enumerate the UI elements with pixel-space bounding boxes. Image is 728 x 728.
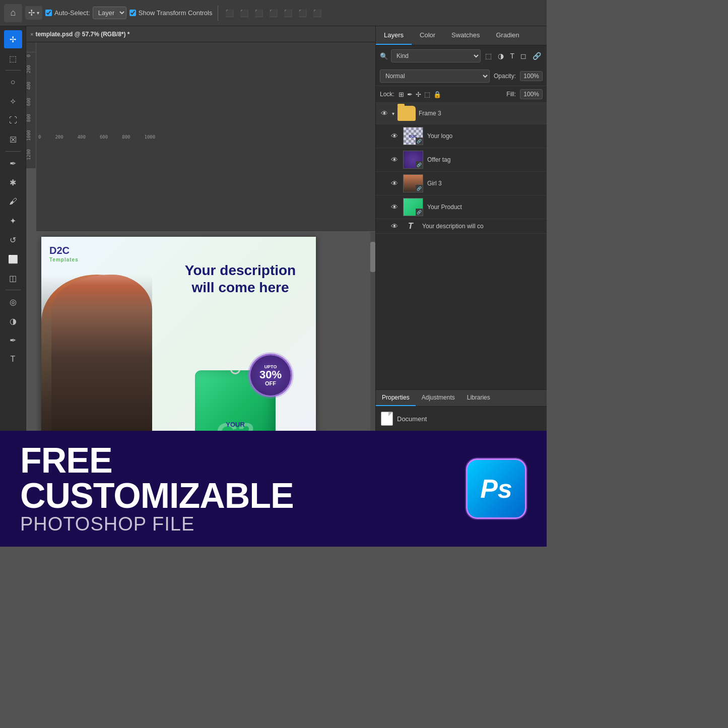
opacity-label: Opacity: xyxy=(494,73,516,80)
logo-subtitle: Templates xyxy=(49,257,79,262)
history-brush-button[interactable]: ↺ xyxy=(4,231,22,249)
ruler-v-wrap: 0 200 400 600 800 1000 1200 xyxy=(26,42,36,431)
layer-name-offer: Offer tag xyxy=(427,156,543,163)
distribute-button[interactable]: ⬛ xyxy=(311,7,324,20)
move-tool-button[interactable]: ✢ xyxy=(4,30,22,48)
autoselect-dropdown[interactable]: Layer xyxy=(93,7,126,19)
panel-tabs: Layers Color Swatches Gradien xyxy=(376,26,547,45)
fill-value[interactable]: 100% xyxy=(520,89,543,99)
layer-eye-text[interactable]: 👁 xyxy=(390,222,399,230)
opacity-value[interactable]: 100% xyxy=(520,71,543,81)
layer-eye-offer[interactable]: 👁 xyxy=(390,156,399,164)
layer-item-offer[interactable]: 👁 🔗 Offer tag xyxy=(376,148,547,172)
shape-filter-icon[interactable]: ◻ xyxy=(519,50,528,61)
transform-controls-group: Show Transform Controls xyxy=(129,9,213,17)
girl-layer xyxy=(41,275,152,431)
type-tool-button[interactable]: T xyxy=(4,350,22,368)
layer-eye-frame3[interactable]: 👁 xyxy=(380,109,389,117)
move-tool-group[interactable]: ✢ ▾ xyxy=(25,6,42,20)
ruler-h-tick-400: 400 xyxy=(78,135,86,140)
quick-select-button[interactable]: ✧ xyxy=(4,92,22,110)
lock-advanced-icon[interactable]: 🔒 xyxy=(433,91,441,98)
autoselect-label: Auto-Select: xyxy=(54,9,90,17)
blur-tool-button[interactable]: ◎ xyxy=(4,293,22,311)
align-right-button[interactable]: ⬛ xyxy=(252,7,266,20)
gradient-tool-button[interactable]: ◫ xyxy=(4,269,22,287)
layer-item-text[interactable]: 👁 T Your description will co xyxy=(376,219,547,234)
adjustment-filter-icon[interactable]: ◑ xyxy=(496,50,505,61)
clone-stamp-button[interactable]: ✦ xyxy=(4,212,22,230)
layer-name-girl: Girl 3 xyxy=(427,180,543,187)
heal-tool-button[interactable]: ✱ xyxy=(4,173,22,191)
scrollbar-thumb-v[interactable] xyxy=(370,242,375,272)
autoselect-group: Auto-Select: Layer xyxy=(45,7,126,19)
layer-item-logo[interactable]: 👁 D2C 🔗 Your logo xyxy=(376,124,547,148)
lock-pixels-icon[interactable]: ⊞ xyxy=(399,91,404,98)
align-bottom-button[interactable]: ⬛ xyxy=(296,7,309,20)
expand-arrow-frame3[interactable]: ▾ xyxy=(392,111,394,116)
canvas-main: 0 200 400 600 800 1000 D2C xyxy=(36,42,375,431)
bag-hook xyxy=(230,370,240,374)
smart-filter-icon[interactable]: 🔗 xyxy=(531,50,543,61)
layer-item-girl[interactable]: 👁 🔗 Girl 3 xyxy=(376,172,547,195)
tab-color[interactable]: Color xyxy=(412,26,443,45)
layer-thumbnail-girl: 🔗 xyxy=(403,174,423,192)
layer-eye-girl[interactable]: 👁 xyxy=(390,179,399,187)
align-center-v-button[interactable]: ⬛ xyxy=(282,7,295,20)
layer-name-product: Your Product xyxy=(427,204,543,211)
align-center-h-button[interactable]: ⬛ xyxy=(238,7,251,20)
layer-item-product[interactable]: 👁 🔗 Your Product xyxy=(376,195,547,219)
align-top-button[interactable]: ⬛ xyxy=(267,7,280,20)
right-panel: Layers Color Swatches Gradien 🔍 Kind ⬚ ◑… xyxy=(375,26,547,431)
home-button[interactable]: ⌂ xyxy=(4,4,22,22)
marquee-tool-button[interactable]: ⬚ xyxy=(4,49,22,68)
tab-close-icon[interactable]: × xyxy=(30,31,33,37)
tab-layers[interactable]: Layers xyxy=(376,26,412,45)
dodge-tool-button[interactable]: ◑ xyxy=(4,312,22,330)
props-tab-libraries[interactable]: Libraries xyxy=(461,390,496,406)
frame-tool-button[interactable]: ☒ xyxy=(4,130,22,149)
props-tab-adjustments[interactable]: Adjustments xyxy=(416,390,461,406)
eyedropper-button[interactable]: ✒ xyxy=(4,154,22,172)
pen-tool-button[interactable]: ✒ xyxy=(4,331,22,349)
layers-list[interactable]: 👁 ▾ Frame 3 👁 D2C 🔗 Your logo 👁 xyxy=(376,103,547,389)
lock-artboards-icon[interactable]: ✢ xyxy=(416,91,421,98)
layer-eye-product[interactable]: 👁 xyxy=(390,203,399,211)
brush-tool-button[interactable]: 🖌 xyxy=(4,192,22,211)
blend-mode-select[interactable]: Normal xyxy=(380,70,490,83)
canvas-scrollbar-v[interactable] xyxy=(370,232,375,431)
fill-label: Fill: xyxy=(506,91,516,98)
pixel-filter-icon[interactable]: ⬚ xyxy=(484,50,493,61)
canvas-viewport[interactable]: D2C Templates Your description will come… xyxy=(36,232,375,431)
crop-tool-button[interactable]: ⛶ xyxy=(4,111,22,129)
align-left-button[interactable]: ⬛ xyxy=(223,7,236,20)
tab-title: template.psd @ 57.7% (RGB/8*) * xyxy=(35,31,129,38)
type-filter-icon[interactable]: T xyxy=(508,50,516,61)
tab-bar: × template.psd @ 57.7% (RGB/8*) * xyxy=(26,26,375,42)
lock-all-icon[interactable]: ⬚ xyxy=(424,91,430,98)
kind-filter-select[interactable]: Kind xyxy=(391,49,481,62)
transform-checkbox[interactable] xyxy=(129,10,136,16)
banner-photoshop-text: PHOTOSHOP FILE xyxy=(20,513,451,535)
layer-name-frame3: Frame 3 xyxy=(419,110,543,117)
layer-eye-logo[interactable]: 👁 xyxy=(390,132,399,140)
tab-swatches[interactable]: Swatches xyxy=(443,26,488,45)
logo-d2c: D2C xyxy=(49,244,79,257)
layer-group-frame3[interactable]: 👁 ▾ Frame 3 xyxy=(376,103,547,124)
ruler-vertical: 0 200 400 600 800 1000 1200 xyxy=(26,52,36,168)
top-toolbar: ⌂ ✢ ▾ Auto-Select: Layer Show Transform … xyxy=(0,0,547,26)
canvas-document: D2C Templates Your description will come… xyxy=(41,237,316,431)
tab-gradient[interactable]: Gradien xyxy=(488,26,527,45)
lock-position-icon[interactable]: ✒ xyxy=(407,91,413,98)
ruler-h-tick-200: 200 xyxy=(55,135,63,140)
eraser-tool-button[interactable]: ⬜ xyxy=(4,250,22,268)
move-dropdown-arrow: ▾ xyxy=(37,10,39,16)
folder-icon-frame3 xyxy=(398,106,416,121)
tool-separator-3 xyxy=(6,290,21,290)
banner-customizable-text: CUSTOMIZABLE xyxy=(20,478,451,513)
autoselect-checkbox[interactable] xyxy=(45,10,52,16)
lasso-tool-button[interactable]: ○ xyxy=(4,73,22,91)
girl-silhouette xyxy=(41,275,152,431)
banner-free-text: FREE xyxy=(20,443,451,478)
props-tab-properties[interactable]: Properties xyxy=(376,390,416,406)
